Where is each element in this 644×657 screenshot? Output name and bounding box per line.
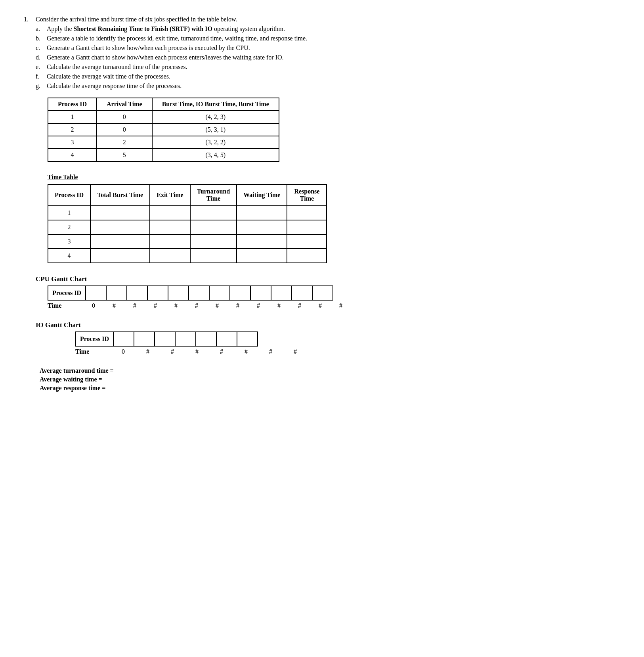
time-table-row: 1 (48, 206, 327, 220)
input-table-cell-3-0: 4 (48, 149, 97, 161)
cpu-time-0: 0 (83, 302, 104, 309)
cpu-gantt-cell-12 (312, 286, 333, 300)
cpu-gantt-wrapper: Process ID (48, 285, 620, 309)
alpha-item-b: Generate a table to identify the process… (36, 35, 620, 42)
alpha-item-a: Apply the Shortest Remaining Time to Fin… (36, 25, 620, 33)
time-table-cell-1-5 (287, 220, 327, 234)
io-gantt-row: Process ID (76, 332, 258, 346)
input-table-body: 10(4, 2, 3)20(5, 3, 1)32(3, 2, 2)45(3, 4… (48, 111, 279, 161)
io-time-h7: # (283, 348, 308, 355)
cpu-gantt-cell-7 (209, 286, 230, 300)
alpha-item-d: Generate a Gantt chart to show how/when … (36, 54, 620, 61)
tt-col-total-burst: Total Burst Time (90, 184, 150, 206)
cpu-gantt-row: Process ID (48, 286, 333, 300)
cpu-time-h7: # (227, 302, 248, 309)
avg-waiting: Average waiting time = (40, 376, 620, 383)
time-table-cell-3-0: 4 (48, 249, 90, 263)
io-gantt-cell-4 (175, 332, 196, 346)
cpu-gantt-pid-header: Process ID (48, 286, 86, 300)
cpu-time-h12: # (331, 302, 351, 309)
time-table-cell-1-3 (190, 220, 237, 234)
cpu-gantt-cell-4 (147, 286, 168, 300)
input-table-cell-0-0: 1 (48, 111, 97, 123)
alpha-d-content: Generate a Gantt chart to show how/when … (47, 54, 620, 61)
cpu-gantt-section: CPU Gantt Chart Process ID (36, 275, 620, 309)
cpu-time-h3: # (145, 302, 166, 309)
io-time-h2: # (160, 348, 185, 355)
tt-col-exit: Exit Time (150, 184, 190, 206)
io-time-h5: # (234, 348, 258, 355)
col-burst-times: Burst Time, IO Burst Time, Burst Time (152, 98, 279, 111)
time-table-cell-0-4 (237, 206, 287, 220)
alpha-item-f: Calculate the average wait time of the p… (36, 73, 620, 80)
time-table-row: 2 (48, 220, 327, 234)
time-table-label: Time Table (48, 174, 78, 180)
tt-col-turnaround: TurnaroundTime (190, 184, 237, 206)
tt-col-waiting: Waiting Time (237, 184, 287, 206)
io-gantt-cell-5 (196, 332, 216, 346)
io-gantt-cell-7 (237, 332, 258, 346)
time-table-cell-3-1 (90, 249, 150, 263)
cpu-time-row: Time 0 # # # # # # # # # # # # (48, 302, 620, 309)
input-table-cell-1-2: (5, 3, 1) (152, 123, 279, 136)
time-table-cell-1-1 (90, 220, 150, 234)
cpu-time-h4: # (166, 302, 186, 309)
cpu-time-label: Time (48, 302, 83, 309)
input-table-row: 32(3, 2, 2) (48, 136, 279, 149)
io-time-h3: # (185, 348, 209, 355)
time-table-cell-2-0: 3 (48, 234, 90, 249)
io-gantt-cell-2 (134, 332, 155, 346)
time-table-body: 1234 (48, 206, 327, 263)
cpu-time-h2: # (124, 302, 145, 309)
alpha-f-content: Calculate the average wait time of the p… (47, 73, 620, 80)
cpu-time-h5: # (186, 302, 207, 309)
input-table-row: 10(4, 2, 3) (48, 111, 279, 123)
time-table-cell-0-0: 1 (48, 206, 90, 220)
input-table-cell-2-1: 2 (97, 136, 152, 149)
input-table-cell-3-1: 5 (97, 149, 152, 161)
io-gantt-wrapper: Process ID Time 0 (75, 331, 620, 355)
intro-text: Consider the arrival time and burst time… (36, 16, 620, 23)
time-table-cell-0-5 (287, 206, 327, 220)
time-table-cell-3-5 (287, 249, 327, 263)
input-table-header-row: Process ID Arrival Time Burst Time, IO B… (48, 98, 279, 111)
alpha-item-e: Calculate the average turnaround time of… (36, 63, 620, 71)
time-table-cell-1-0: 2 (48, 220, 90, 234)
tt-col-response: ResponseTime (287, 184, 327, 206)
alpha-e-content: Calculate the average turnaround time of… (47, 63, 620, 71)
time-table-cell-0-1 (90, 206, 150, 220)
avg-turnaround: Average turnaround time = (40, 367, 620, 374)
time-table-cell-1-2 (150, 220, 190, 234)
tt-col-process-id: Process ID (48, 184, 90, 206)
avg-response: Average response time = (40, 385, 620, 392)
time-table: Process ID Total Burst Time Exit Time Tu… (48, 184, 327, 263)
time-table-cell-2-2 (150, 234, 190, 249)
time-table-cell-2-3 (190, 234, 237, 249)
cpu-time-h8: # (248, 302, 269, 309)
cpu-gantt-cell-8 (230, 286, 250, 300)
io-gantt-section: IO Gantt Chart Process ID (36, 321, 620, 355)
io-gantt-title: IO Gantt Chart (36, 321, 620, 329)
io-gantt-cell-3 (155, 332, 175, 346)
time-table-cell-3-2 (150, 249, 190, 263)
cpu-gantt-cell-2 (106, 286, 127, 300)
input-table: Process ID Arrival Time Burst Time, IO B… (48, 98, 279, 162)
alpha-item-g: Calculate the average response time of t… (36, 82, 620, 90)
cpu-gantt-cell-6 (189, 286, 209, 300)
io-time-h1: # (136, 348, 160, 355)
cpu-time-h6: # (207, 302, 227, 309)
time-table-cell-0-2 (150, 206, 190, 220)
io-gantt-table: Process ID (75, 331, 258, 347)
time-table-cell-3-3 (190, 249, 237, 263)
alpha-b-content: Generate a table to identify the process… (47, 35, 620, 42)
time-table-container: Process ID Total Burst Time Exit Time Tu… (48, 184, 620, 263)
time-table-cell-2-4 (237, 234, 287, 249)
time-table-cell-2-5 (287, 234, 327, 249)
io-gantt-cell-6 (216, 332, 237, 346)
alpha-a-content: Apply the Shortest Remaining Time to Fin… (47, 25, 620, 33)
alpha-c-content: Generate a Gantt chart to show how/when … (47, 44, 620, 52)
input-table-cell-2-2: (3, 2, 2) (152, 136, 279, 149)
time-table-row: 3 (48, 234, 327, 249)
cpu-gantt-cell-3 (127, 286, 147, 300)
cpu-gantt-title: CPU Gantt Chart (36, 275, 620, 283)
